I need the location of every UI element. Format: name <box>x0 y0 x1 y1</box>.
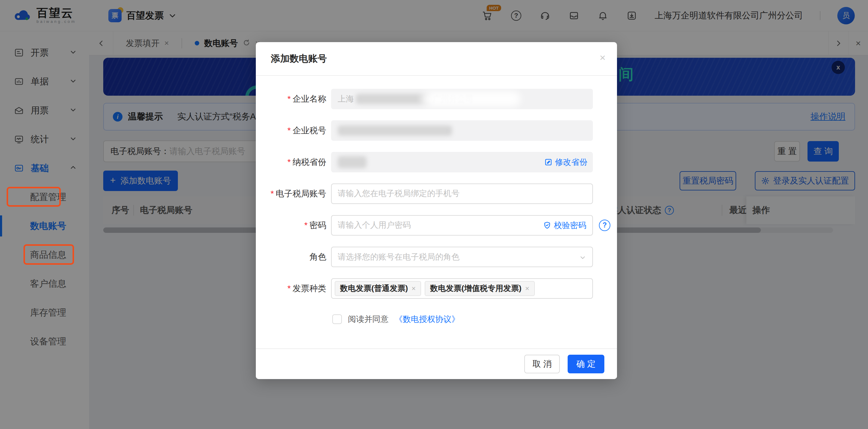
required-mark: * <box>287 126 291 135</box>
verify-password-link[interactable]: 校验密码 <box>543 216 586 235</box>
cancel-button[interactable]: 取 消 <box>524 355 560 373</box>
role-select[interactable]: 请选择您的账号在电子税局的角色 <box>331 247 593 267</box>
modify-province-link[interactable]: 修改省份 <box>544 152 588 172</box>
modal-footer: 取 消 确 定 <box>256 349 617 379</box>
agreement-checkbox[interactable] <box>332 315 342 324</box>
confirm-button[interactable]: 确 定 <box>568 355 604 373</box>
redacted-value <box>338 156 367 168</box>
edit-icon <box>544 158 553 166</box>
chevron-down-icon <box>579 254 586 262</box>
etax-account-input[interactable] <box>338 189 586 198</box>
invoice-type-tag: 数电发票(增值税专用发票) × <box>425 281 534 296</box>
password-field: 校验密码 <box>331 215 593 236</box>
shield-check-icon <box>543 221 551 230</box>
required-mark: * <box>287 284 291 293</box>
agreement-row: 阅读并同意 《数电授权协议》 <box>256 304 617 334</box>
redacted-value <box>356 94 431 104</box>
tag-remove-icon[interactable]: × <box>525 284 529 293</box>
authorization-agreement-link[interactable]: 《数电授权协议》 <box>395 314 460 325</box>
modal-body: *企业名称 上海 广州分公司 *企业税号 *纳税省份 <box>256 76 617 349</box>
redaction-smear <box>421 91 521 107</box>
app-root: 百望云 baiwang.com 票 百望发票 HOT ? <box>0 0 868 429</box>
field-tax-number: *企业税号 <box>256 114 617 146</box>
field-role: 角色 请选择您的账号在电子税局的角色 <box>256 241 617 272</box>
required-mark: * <box>287 94 291 103</box>
modal-title: 添加数电账号 <box>271 52 327 65</box>
tax-number-input <box>331 120 593 141</box>
etax-account-field <box>331 184 593 204</box>
invoice-types-multiselect[interactable]: 数电发票(普通发票) × 数电发票(增值税专用发票) × <box>331 278 593 299</box>
field-password: *密码 校验密码 ? <box>256 209 617 241</box>
tag-remove-icon[interactable]: × <box>411 284 416 293</box>
required-mark: * <box>304 221 308 230</box>
required-mark: * <box>271 189 274 198</box>
modal-close-icon[interactable]: × <box>599 52 606 63</box>
field-tax-province: *纳税省份 修改省份 <box>256 146 617 178</box>
field-etax-account: *电子税局账号 <box>256 178 617 209</box>
password-help-icon[interactable]: ? <box>599 220 610 231</box>
modal-header: 添加数电账号 × <box>256 42 617 76</box>
field-company-name: *企业名称 上海 广州分公司 <box>256 83 617 114</box>
required-mark: * <box>287 157 291 167</box>
invoice-type-tag: 数电发票(普通发票) × <box>335 281 421 296</box>
password-input[interactable] <box>338 221 540 230</box>
field-invoice-types: *发票种类 数电发票(普通发票) × 数电发票(增值税专用发票) × <box>256 272 617 304</box>
redacted-value <box>338 126 452 136</box>
company-name-input: 上海 广州分公司 <box>331 89 593 109</box>
add-digital-account-modal: 添加数电账号 × *企业名称 上海 广州分公司 *企业税号 *纳税 <box>256 42 617 379</box>
tax-province-input: 修改省份 <box>331 152 593 172</box>
